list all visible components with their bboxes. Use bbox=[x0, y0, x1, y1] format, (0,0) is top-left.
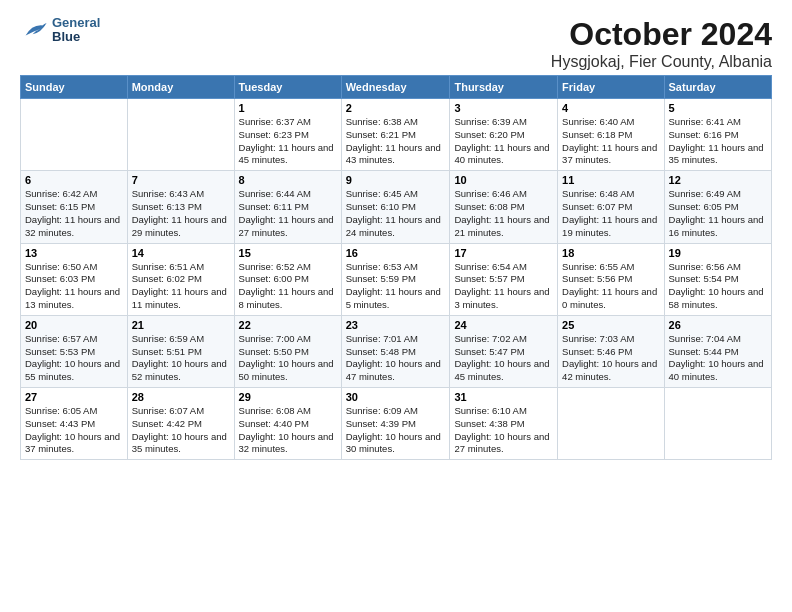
calendar-day-cell: 5Sunrise: 6:41 AMSunset: 6:16 PMDaylight… bbox=[664, 99, 771, 171]
day-info: Sunrise: 6:59 AMSunset: 5:51 PMDaylight:… bbox=[132, 333, 230, 384]
page: General Blue October 2024 Hysgjokaj, Fie… bbox=[0, 0, 792, 612]
calendar-header-row: SundayMondayTuesdayWednesdayThursdayFrid… bbox=[21, 76, 772, 99]
logo-icon bbox=[20, 16, 48, 44]
calendar-week-row: 13Sunrise: 6:50 AMSunset: 6:03 PMDayligh… bbox=[21, 243, 772, 315]
logo-line1: General bbox=[52, 16, 100, 30]
calendar-day-cell: 19Sunrise: 6:56 AMSunset: 5:54 PMDayligh… bbox=[664, 243, 771, 315]
calendar-day-cell: 30Sunrise: 6:09 AMSunset: 4:39 PMDayligh… bbox=[341, 388, 450, 460]
day-info: Sunrise: 6:55 AMSunset: 5:56 PMDaylight:… bbox=[562, 261, 659, 312]
logo-line2: Blue bbox=[52, 30, 100, 44]
calendar-table: SundayMondayTuesdayWednesdayThursdayFrid… bbox=[20, 75, 772, 460]
day-number: 14 bbox=[132, 247, 230, 259]
day-info: Sunrise: 6:08 AMSunset: 4:40 PMDaylight:… bbox=[239, 405, 337, 456]
day-info: Sunrise: 6:44 AMSunset: 6:11 PMDaylight:… bbox=[239, 188, 337, 239]
day-number: 27 bbox=[25, 391, 123, 403]
day-number: 21 bbox=[132, 319, 230, 331]
calendar-day-cell bbox=[127, 99, 234, 171]
day-info: Sunrise: 6:38 AMSunset: 6:21 PMDaylight:… bbox=[346, 116, 446, 167]
calendar-subtitle: Hysgjokaj, Fier County, Albania bbox=[551, 53, 772, 71]
calendar-day-cell: 12Sunrise: 6:49 AMSunset: 6:05 PMDayligh… bbox=[664, 171, 771, 243]
day-info: Sunrise: 6:40 AMSunset: 6:18 PMDaylight:… bbox=[562, 116, 659, 167]
day-number: 28 bbox=[132, 391, 230, 403]
day-number: 19 bbox=[669, 247, 767, 259]
calendar-day-cell: 7Sunrise: 6:43 AMSunset: 6:13 PMDaylight… bbox=[127, 171, 234, 243]
day-info: Sunrise: 6:41 AMSunset: 6:16 PMDaylight:… bbox=[669, 116, 767, 167]
calendar-week-row: 20Sunrise: 6:57 AMSunset: 5:53 PMDayligh… bbox=[21, 315, 772, 387]
calendar-day-cell: 6Sunrise: 6:42 AMSunset: 6:15 PMDaylight… bbox=[21, 171, 128, 243]
day-number: 12 bbox=[669, 174, 767, 186]
day-info: Sunrise: 6:09 AMSunset: 4:39 PMDaylight:… bbox=[346, 405, 446, 456]
day-info: Sunrise: 6:51 AMSunset: 6:02 PMDaylight:… bbox=[132, 261, 230, 312]
calendar-title: October 2024 bbox=[551, 16, 772, 53]
day-info: Sunrise: 6:49 AMSunset: 6:05 PMDaylight:… bbox=[669, 188, 767, 239]
day-number: 10 bbox=[454, 174, 553, 186]
day-info: Sunrise: 6:37 AMSunset: 6:23 PMDaylight:… bbox=[239, 116, 337, 167]
calendar-day-cell: 23Sunrise: 7:01 AMSunset: 5:48 PMDayligh… bbox=[341, 315, 450, 387]
calendar-week-row: 6Sunrise: 6:42 AMSunset: 6:15 PMDaylight… bbox=[21, 171, 772, 243]
day-number: 11 bbox=[562, 174, 659, 186]
header: General Blue October 2024 Hysgjokaj, Fie… bbox=[20, 16, 772, 71]
day-number: 30 bbox=[346, 391, 446, 403]
day-number: 16 bbox=[346, 247, 446, 259]
calendar-day-cell: 29Sunrise: 6:08 AMSunset: 4:40 PMDayligh… bbox=[234, 388, 341, 460]
calendar-week-row: 27Sunrise: 6:05 AMSunset: 4:43 PMDayligh… bbox=[21, 388, 772, 460]
calendar-day-cell: 14Sunrise: 6:51 AMSunset: 6:02 PMDayligh… bbox=[127, 243, 234, 315]
day-number: 29 bbox=[239, 391, 337, 403]
calendar-day-cell: 21Sunrise: 6:59 AMSunset: 5:51 PMDayligh… bbox=[127, 315, 234, 387]
day-of-week-header: Tuesday bbox=[234, 76, 341, 99]
day-of-week-header: Monday bbox=[127, 76, 234, 99]
day-number: 18 bbox=[562, 247, 659, 259]
day-info: Sunrise: 6:45 AMSunset: 6:10 PMDaylight:… bbox=[346, 188, 446, 239]
calendar-day-cell: 20Sunrise: 6:57 AMSunset: 5:53 PMDayligh… bbox=[21, 315, 128, 387]
calendar-day-cell: 13Sunrise: 6:50 AMSunset: 6:03 PMDayligh… bbox=[21, 243, 128, 315]
day-number: 7 bbox=[132, 174, 230, 186]
day-number: 2 bbox=[346, 102, 446, 114]
day-number: 25 bbox=[562, 319, 659, 331]
day-info: Sunrise: 6:52 AMSunset: 6:00 PMDaylight:… bbox=[239, 261, 337, 312]
day-info: Sunrise: 6:46 AMSunset: 6:08 PMDaylight:… bbox=[454, 188, 553, 239]
day-info: Sunrise: 7:00 AMSunset: 5:50 PMDaylight:… bbox=[239, 333, 337, 384]
day-info: Sunrise: 6:39 AMSunset: 6:20 PMDaylight:… bbox=[454, 116, 553, 167]
day-number: 13 bbox=[25, 247, 123, 259]
calendar-day-cell: 26Sunrise: 7:04 AMSunset: 5:44 PMDayligh… bbox=[664, 315, 771, 387]
day-number: 22 bbox=[239, 319, 337, 331]
calendar-day-cell: 11Sunrise: 6:48 AMSunset: 6:07 PMDayligh… bbox=[558, 171, 664, 243]
day-of-week-header: Saturday bbox=[664, 76, 771, 99]
calendar-day-cell: 2Sunrise: 6:38 AMSunset: 6:21 PMDaylight… bbox=[341, 99, 450, 171]
calendar-week-row: 1Sunrise: 6:37 AMSunset: 6:23 PMDaylight… bbox=[21, 99, 772, 171]
day-of-week-header: Wednesday bbox=[341, 76, 450, 99]
calendar-day-cell: 31Sunrise: 6:10 AMSunset: 4:38 PMDayligh… bbox=[450, 388, 558, 460]
day-info: Sunrise: 6:50 AMSunset: 6:03 PMDaylight:… bbox=[25, 261, 123, 312]
day-number: 4 bbox=[562, 102, 659, 114]
logo: General Blue bbox=[20, 16, 100, 45]
day-number: 9 bbox=[346, 174, 446, 186]
day-number: 20 bbox=[25, 319, 123, 331]
day-info: Sunrise: 7:01 AMSunset: 5:48 PMDaylight:… bbox=[346, 333, 446, 384]
calendar-day-cell: 16Sunrise: 6:53 AMSunset: 5:59 PMDayligh… bbox=[341, 243, 450, 315]
calendar-day-cell: 24Sunrise: 7:02 AMSunset: 5:47 PMDayligh… bbox=[450, 315, 558, 387]
calendar-day-cell: 9Sunrise: 6:45 AMSunset: 6:10 PMDaylight… bbox=[341, 171, 450, 243]
day-info: Sunrise: 6:05 AMSunset: 4:43 PMDaylight:… bbox=[25, 405, 123, 456]
calendar-day-cell: 25Sunrise: 7:03 AMSunset: 5:46 PMDayligh… bbox=[558, 315, 664, 387]
day-number: 5 bbox=[669, 102, 767, 114]
day-number: 3 bbox=[454, 102, 553, 114]
calendar-day-cell: 4Sunrise: 6:40 AMSunset: 6:18 PMDaylight… bbox=[558, 99, 664, 171]
day-of-week-header: Sunday bbox=[21, 76, 128, 99]
day-number: 31 bbox=[454, 391, 553, 403]
calendar-day-cell bbox=[664, 388, 771, 460]
calendar-day-cell: 27Sunrise: 6:05 AMSunset: 4:43 PMDayligh… bbox=[21, 388, 128, 460]
calendar-day-cell: 3Sunrise: 6:39 AMSunset: 6:20 PMDaylight… bbox=[450, 99, 558, 171]
day-info: Sunrise: 7:04 AMSunset: 5:44 PMDaylight:… bbox=[669, 333, 767, 384]
day-number: 6 bbox=[25, 174, 123, 186]
day-number: 23 bbox=[346, 319, 446, 331]
day-of-week-header: Thursday bbox=[450, 76, 558, 99]
calendar-body: 1Sunrise: 6:37 AMSunset: 6:23 PMDaylight… bbox=[21, 99, 772, 460]
calendar-day-cell: 15Sunrise: 6:52 AMSunset: 6:00 PMDayligh… bbox=[234, 243, 341, 315]
calendar-day-cell: 1Sunrise: 6:37 AMSunset: 6:23 PMDaylight… bbox=[234, 99, 341, 171]
calendar-day-cell bbox=[21, 99, 128, 171]
calendar-day-cell: 10Sunrise: 6:46 AMSunset: 6:08 PMDayligh… bbox=[450, 171, 558, 243]
day-number: 8 bbox=[239, 174, 337, 186]
day-number: 17 bbox=[454, 247, 553, 259]
day-info: Sunrise: 6:56 AMSunset: 5:54 PMDaylight:… bbox=[669, 261, 767, 312]
calendar-day-cell: 8Sunrise: 6:44 AMSunset: 6:11 PMDaylight… bbox=[234, 171, 341, 243]
